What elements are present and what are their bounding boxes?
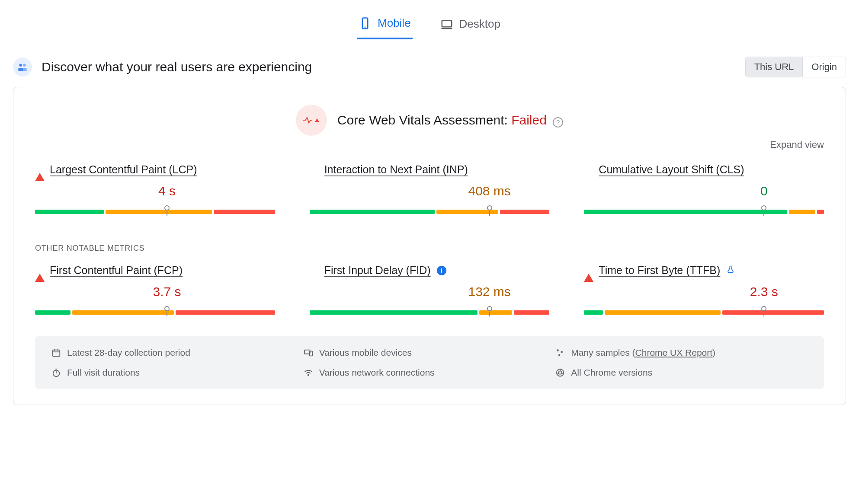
core-metrics-grid: Largest Contentful Paint (LCP) 4 s Inter…	[35, 163, 824, 229]
device-tabs: Mobile Desktop	[13, 0, 846, 48]
footer-period: Latest 28-day collection period	[51, 348, 304, 358]
flask-icon[interactable]	[726, 265, 735, 276]
metric-inp-name[interactable]: Interaction to Next Paint (INP)	[324, 163, 468, 176]
metric-cls: Cumulative Layout Shift (CLS) 0	[584, 163, 824, 214]
assessment-text: Core Web Vitals Assessment: Failed ?	[337, 113, 563, 128]
svg-point-15	[557, 349, 559, 351]
mobile-icon	[359, 17, 372, 30]
svg-point-5	[23, 64, 26, 67]
svg-rect-13	[304, 350, 310, 354]
marker-icon	[164, 205, 170, 211]
info-icon[interactable]: i	[437, 266, 446, 275]
metric-cls-name[interactable]: Cumulative Layout Shift (CLS)	[599, 163, 744, 176]
footer-versions: All Chrome versions	[555, 367, 808, 378]
svg-point-4	[19, 64, 22, 67]
footer-network: Various network connections	[304, 367, 556, 378]
metric-fid: First Input Delay (FID) i 132 ms	[310, 264, 550, 315]
assessment-label: Core Web Vitals Assessment:	[337, 113, 511, 127]
metric-lcp-bar	[35, 210, 275, 214]
section-title: Discover what your real users are experi…	[42, 60, 312, 74]
circle-good-icon	[584, 166, 593, 174]
scope-toggle: This URL Origin	[745, 57, 846, 77]
square-warn-icon	[310, 166, 318, 174]
metric-fid-bar	[310, 310, 550, 315]
desktop-icon	[440, 18, 453, 31]
svg-point-17	[558, 354, 561, 356]
assessment-status: Failed	[511, 113, 547, 127]
metric-lcp-value: 4 s	[158, 184, 176, 198]
metric-inp-value: 408 ms	[468, 184, 510, 198]
square-warn-icon	[310, 266, 318, 275]
metric-fcp-bar	[35, 310, 275, 315]
metric-lcp: Largest Contentful Paint (LCP) 4 s	[35, 163, 275, 214]
marker-icon	[487, 205, 492, 211]
metric-ttfb: Time to First Byte (TTFB) 2.3 s	[584, 264, 824, 315]
scope-this-url[interactable]: This URL	[746, 57, 803, 77]
other-metrics-label: OTHER NOTABLE METRICS	[35, 244, 824, 253]
scope-origin[interactable]: Origin	[802, 57, 846, 77]
svg-point-21	[308, 374, 309, 376]
svg-rect-9	[53, 350, 60, 357]
svg-point-18	[53, 370, 60, 377]
svg-rect-7	[22, 68, 27, 71]
metric-inp-bar	[310, 210, 550, 214]
triangle-poor-icon	[584, 266, 593, 275]
footer-durations: Full visit durations	[51, 367, 304, 378]
triangle-poor-icon	[35, 266, 44, 275]
tab-desktop-label: Desktop	[459, 17, 500, 31]
svg-point-16	[561, 351, 563, 353]
scatter-icon	[555, 348, 565, 357]
svg-line-26	[557, 373, 559, 374]
footer-samples: Many samples (Chrome UX Report)	[555, 348, 808, 358]
metric-fid-value: 132 ms	[468, 284, 510, 299]
wifi-icon	[304, 368, 313, 377]
help-icon[interactable]: ?	[553, 117, 563, 128]
svg-line-25	[561, 373, 564, 374]
metric-lcp-name[interactable]: Largest Contentful Paint (LCP)	[50, 163, 197, 176]
expand-view-link[interactable]: Expand view	[35, 139, 824, 150]
tab-desktop[interactable]: Desktop	[439, 13, 502, 39]
metric-inp: Interaction to Next Paint (INP) 408 ms	[310, 163, 550, 214]
stopwatch-icon	[51, 368, 61, 377]
metric-ttfb-value: 2.3 s	[750, 284, 778, 299]
svg-marker-8	[315, 118, 319, 122]
tab-mobile[interactable]: Mobile	[357, 13, 413, 39]
triangle-poor-icon	[35, 166, 44, 174]
assessment-row: Core Web Vitals Assessment: Failed ?	[35, 105, 824, 136]
chrome-icon	[555, 368, 565, 377]
marker-icon	[487, 306, 492, 311]
marker-icon	[761, 306, 766, 311]
calendar-icon	[51, 348, 61, 357]
marker-icon	[761, 205, 766, 211]
vitals-panel: Core Web Vitals Assessment: Failed ? Exp…	[13, 87, 846, 405]
metric-cls-bar	[584, 210, 824, 214]
svg-rect-2	[442, 20, 452, 27]
metric-ttfb-bar	[584, 310, 824, 315]
other-metrics-grid: First Contentful Paint (FCP) 3.7 s First…	[35, 264, 824, 323]
assessment-badge-icon	[296, 105, 327, 136]
devices-icon	[304, 348, 313, 357]
footer-devices: Various mobile devices	[304, 348, 556, 358]
marker-icon	[164, 306, 170, 311]
crux-report-link[interactable]: Chrome UX Report	[635, 348, 713, 357]
metric-fcp: First Contentful Paint (FCP) 3.7 s	[35, 264, 275, 315]
metric-fcp-name[interactable]: First Contentful Paint (FCP)	[50, 264, 183, 277]
users-icon	[13, 57, 32, 77]
section-header: Discover what your real users are experi…	[13, 57, 846, 77]
metric-fcp-value: 3.7 s	[153, 284, 181, 299]
metric-ttfb-name[interactable]: Time to First Byte (TTFB)	[599, 264, 720, 277]
metric-cls-value: 0	[760, 184, 768, 198]
metric-fid-name[interactable]: First Input Delay (FID)	[324, 264, 431, 277]
data-source-footer: Latest 28-day collection period Various …	[35, 336, 824, 389]
tab-mobile-label: Mobile	[378, 16, 411, 30]
